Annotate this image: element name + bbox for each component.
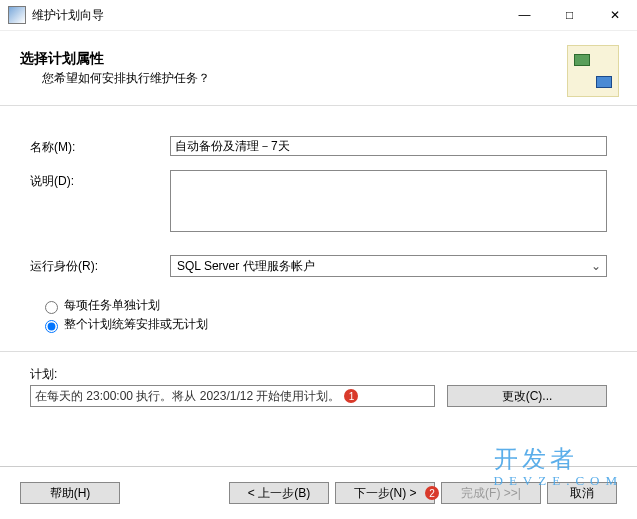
change-schedule-button-label: 更改(C)... [502, 388, 553, 405]
finish-button: 完成(F) >>| [441, 482, 541, 504]
back-button-label: < 上一步(B) [248, 485, 310, 502]
page-title: 选择计划属性 [20, 50, 210, 68]
window-title: 维护计划向导 [32, 7, 502, 24]
radio-single-schedule[interactable]: 整个计划统筹安排或无计划 [40, 316, 607, 333]
finish-button-label: 完成(F) >>| [461, 485, 521, 502]
minimize-button[interactable]: — [502, 1, 547, 29]
annotation-badge-2: 2 [425, 486, 439, 500]
runas-selected-value: SQL Server 代理服务帐户 [177, 258, 315, 275]
help-button-label: 帮助(H) [50, 485, 91, 502]
page-subtitle: 您希望如何安排执行维护任务？ [42, 70, 210, 87]
maximize-button[interactable]: □ [547, 1, 592, 29]
radio-single-schedule-input[interactable] [45, 320, 58, 333]
schedule-label: 计划: [30, 366, 607, 383]
chevron-down-icon: ⌄ [588, 259, 604, 273]
app-icon [8, 6, 26, 24]
radio-single-schedule-label: 整个计划统筹安排或无计划 [64, 316, 208, 333]
maximize-icon: □ [566, 8, 573, 22]
close-icon: ✕ [610, 8, 620, 22]
minimize-icon: — [519, 8, 531, 22]
radio-separate-schedules-input[interactable] [45, 301, 58, 314]
close-button[interactable]: ✕ [592, 1, 637, 29]
name-input[interactable] [170, 136, 607, 156]
runas-combobox[interactable]: SQL Server 代理服务帐户 ⌄ [170, 255, 607, 277]
runas-label: 运行身份(R): [30, 255, 170, 275]
radio-separate-schedules[interactable]: 每项任务单独计划 [40, 297, 607, 314]
schedule-text-field: 在每天的 23:00:00 执行。将从 2023/1/12 开始使用计划。 1 [30, 385, 435, 407]
next-button[interactable]: 下一步(N) > [335, 482, 435, 504]
help-button[interactable]: 帮助(H) [20, 482, 120, 504]
cancel-button-label: 取消 [570, 485, 594, 502]
next-button-label: 下一步(N) > [354, 485, 417, 502]
description-label: 说明(D): [30, 170, 170, 190]
back-button[interactable]: < 上一步(B) [229, 482, 329, 504]
description-textarea[interactable] [170, 170, 607, 232]
schedule-text: 在每天的 23:00:00 执行。将从 2023/1/12 开始使用计划。 [35, 388, 340, 405]
name-label: 名称(M): [30, 136, 170, 156]
cancel-button[interactable]: 取消 [547, 482, 617, 504]
radio-separate-schedules-label: 每项任务单独计划 [64, 297, 160, 314]
wizard-graphic-icon [567, 45, 619, 97]
change-schedule-button[interactable]: 更改(C)... [447, 385, 607, 407]
annotation-badge-1: 1 [344, 389, 358, 403]
